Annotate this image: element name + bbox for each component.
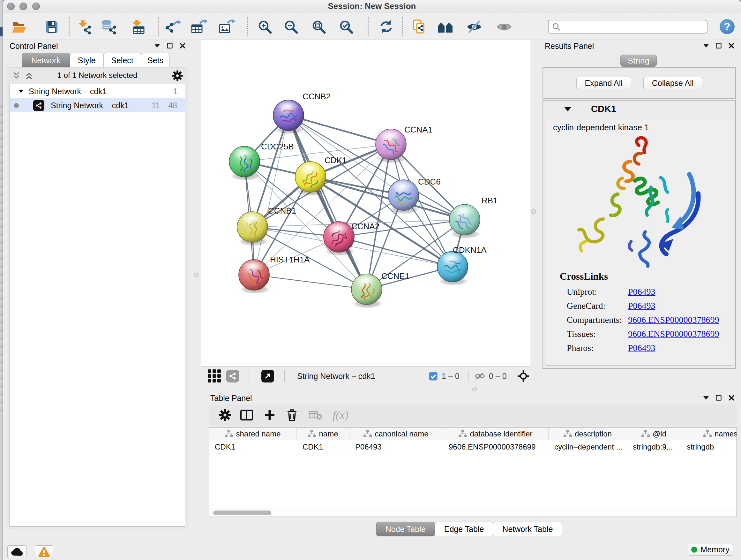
cloud-button[interactable] — [7, 545, 26, 558]
panel-float-icon[interactable] — [716, 395, 722, 401]
network-collection-row[interactable]: String Network – cdk1 1 — [10, 84, 185, 98]
network-node-CCNB2[interactable] — [273, 100, 305, 134]
gene-section-header[interactable]: CDK1 — [543, 101, 735, 118]
function-builder-button[interactable]: f(x) — [329, 408, 352, 422]
birdseye-toggle-button[interactable] — [517, 367, 529, 386]
table-cell[interactable]: cyclin–dependent ... — [549, 441, 627, 453]
birdseye-grid-button[interactable] — [208, 367, 221, 386]
horizontal-splitter-handle[interactable] — [472, 387, 477, 391]
delete-table-button[interactable] — [308, 408, 323, 422]
column-header-shared-name[interactable]: shared name — [209, 428, 297, 440]
table-tab-network-table[interactable]: Network Table — [493, 522, 562, 537]
crosslink-link[interactable]: P06493 — [628, 287, 656, 297]
save-session-button[interactable] — [43, 17, 61, 36]
control-panel-tab-select[interactable]: Select — [104, 53, 141, 67]
table-settings-button[interactable] — [218, 408, 232, 422]
panel-close-icon[interactable] — [729, 43, 734, 49]
left-splitter-handle[interactable] — [194, 273, 199, 277]
network-canvas[interactable]: CCNB2CCNA1CDC25BCDK1CDC6RB1CCNB1CCNA2CDK… — [201, 40, 530, 366]
network-node-CCNE1[interactable] — [351, 274, 383, 308]
collapse-all-button[interactable]: Collapse All — [643, 77, 702, 89]
network-node-CDKN1A[interactable] — [437, 251, 468, 286]
help-button[interactable]: ? — [720, 19, 735, 34]
toolbar-separator — [158, 17, 158, 37]
add-column-button[interactable] — [262, 408, 277, 422]
memory-button[interactable]: Memory — [688, 544, 733, 556]
column-header-name[interactable]: name — [297, 428, 349, 440]
export-table-button[interactable] — [190, 17, 208, 36]
copy-button[interactable] — [409, 17, 428, 36]
export-view-button[interactable] — [261, 367, 274, 386]
network-edge-HIST1H1A-CCNE1[interactable] — [254, 275, 367, 289]
warnings-button[interactable] — [35, 545, 53, 558]
table-cell[interactable]: stringdb — [681, 441, 737, 453]
zoom-in-button[interactable] — [256, 17, 274, 36]
network-node-HIST1H1A[interactable] — [239, 260, 270, 294]
scrollbar-thumb[interactable] — [213, 510, 271, 515]
network-edge-CCNB2-HIST1H1A[interactable] — [254, 115, 288, 275]
import-table-file-button[interactable] — [129, 17, 148, 36]
column-header-description[interactable]: description — [549, 428, 627, 440]
network-node-CCNB1[interactable] — [237, 212, 268, 246]
crosslink-link[interactable]: P06493 — [628, 343, 656, 353]
table-cell[interactable]: 9606.ENSP00000378699 — [443, 441, 549, 453]
refresh-view-button[interactable] — [377, 17, 395, 36]
network-node-RB1[interactable] — [449, 204, 481, 239]
column-header-namespace[interactable]: namespace — [681, 428, 737, 440]
export-image-button[interactable] — [218, 17, 236, 36]
crosslink-link[interactable]: 9606.ENSP00000378699 — [628, 329, 719, 339]
network-node-CDC6[interactable] — [388, 180, 419, 214]
zoom-selected-button[interactable] — [337, 17, 355, 36]
open-session-button[interactable] — [10, 17, 29, 36]
first-neighbors-button[interactable] — [436, 17, 455, 36]
panel-close-icon[interactable] — [180, 43, 185, 49]
control-panel-tab-style[interactable]: Style — [70, 53, 104, 67]
column-header-database-identifier[interactable]: database identifier — [443, 428, 549, 440]
table-row[interactable]: CDK1CDK1P064939606.ENSP00000378699cyclin… — [209, 441, 737, 453]
table-cell[interactable]: CDK1 — [209, 441, 297, 453]
control-panel-tab-network[interactable]: Network — [22, 53, 70, 67]
crosslink-link[interactable]: 9606.ENSP00000378699 — [628, 315, 719, 325]
table-tab-edge-table[interactable]: Edge Table — [435, 522, 493, 537]
zoom-fit-button[interactable] — [310, 17, 328, 36]
panel-menu-icon[interactable] — [154, 44, 160, 48]
table-tab-node-table[interactable]: Node Table — [376, 522, 435, 537]
table-cell[interactable]: stringdb:9... — [627, 441, 681, 453]
results-tab-string[interactable]: String — [620, 55, 657, 67]
panel-float-icon[interactable] — [167, 43, 173, 49]
network-node-CDC25B[interactable] — [229, 146, 260, 181]
network-node-CDK1[interactable] — [295, 162, 327, 196]
collapse-section-icon[interactable] — [564, 107, 571, 111]
delete-column-button[interactable] — [285, 408, 299, 422]
search-input[interactable] — [548, 20, 708, 34]
export-network-button[interactable] — [164, 17, 183, 36]
network-edge-CDK1-RB1[interactable] — [311, 177, 465, 220]
control-panel-tab-sets[interactable]: Sets — [141, 53, 170, 67]
network-share-button[interactable] — [226, 367, 239, 386]
import-network-file-button[interactable] — [76, 17, 94, 36]
expand-all-button[interactable]: Expand All — [576, 77, 631, 89]
hide-selected-button[interactable] — [465, 17, 483, 36]
show-all-button[interactable] — [495, 17, 514, 36]
column-header-canonical-name[interactable]: canonical name — [349, 428, 443, 440]
network-row-selected[interactable]: String Network – cdk1 11 48 — [10, 98, 185, 112]
table-cell[interactable]: CDK1 — [297, 441, 349, 453]
panel-close-icon[interactable] — [729, 395, 734, 401]
gear-icon[interactable] — [172, 70, 183, 81]
panel-menu-icon[interactable] — [703, 44, 709, 48]
network-node-CCNA1[interactable] — [376, 129, 407, 164]
toolbar-separator — [367, 17, 368, 37]
column-header--id[interactable]: @id — [627, 428, 681, 440]
crosslink-link[interactable]: P06493 — [628, 301, 656, 311]
panel-menu-icon[interactable] — [703, 396, 709, 400]
tree-expand-icon[interactable] — [18, 90, 23, 93]
table-cell[interactable]: P06493 — [349, 441, 443, 453]
results-panel: Results Panel String Expand All Collapse… — [536, 40, 738, 393]
network-node-CCNA2[interactable] — [324, 222, 355, 256]
horizontal-scrollbar[interactable] — [209, 509, 737, 516]
import-network-database-button[interactable] — [100, 17, 118, 36]
panel-float-icon[interactable] — [716, 43, 722, 49]
right-splitter-handle[interactable] — [531, 209, 536, 214]
split-table-button[interactable] — [239, 408, 254, 422]
zoom-out-button[interactable] — [282, 17, 300, 36]
